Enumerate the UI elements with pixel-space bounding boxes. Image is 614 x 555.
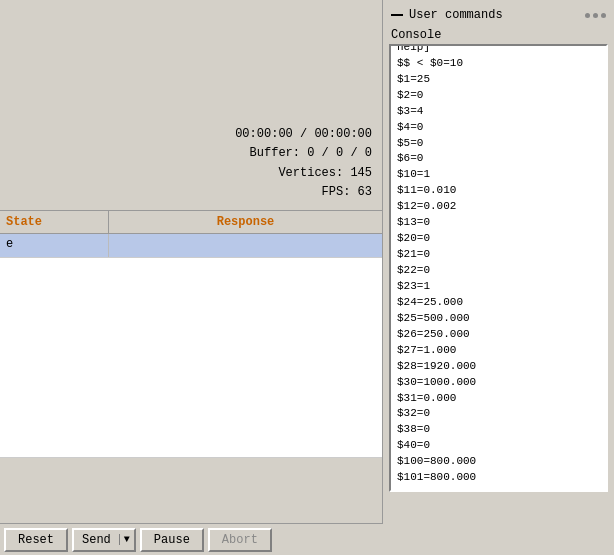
dots-area [585,13,606,18]
console-line: $13=0 [397,215,590,231]
send-button[interactable]: Send ▼ [72,528,136,552]
console-line: $32=0 [397,406,590,422]
dot-3 [601,13,606,18]
send-button-label: Send [74,533,119,547]
console-line: $2=0 [397,88,590,104]
console-line: $31=0.000 [397,391,590,407]
console-line: $4=0 [397,120,590,136]
console-line: $26=250.000 [397,327,590,343]
console-line: $100=800.000 [397,454,590,470]
fps-stat: FPS: 63 [235,183,372,202]
table-area: State Response e [0,210,382,458]
console-line: $38=0 [397,422,590,438]
console-line: $25=500.000 [397,311,590,327]
console-line: $22=0 [397,263,590,279]
row-state: e [0,234,109,257]
console-line: $3=4 [397,104,590,120]
console-label: Console [383,26,614,44]
bottom-toolbar: Reset Send ▼ Pause Abort [0,523,383,555]
user-commands-header: User commands [383,0,614,26]
stats-text: 00:00:00 / 00:00:00 Buffer: 0 / 0 / 0 Ve… [235,125,372,202]
console-line: $101=800.000 [397,470,590,486]
console-line: $10=1 [397,167,590,183]
console-line: $28=1920.000 [397,359,590,375]
table-empty-area [0,258,382,458]
console-line: [CTRL+X] < Grbl 1.1 ['$' for help] [397,46,590,56]
console-line: $30=1000.000 [397,375,590,391]
dash-icon [391,14,403,16]
console-line: $23=1 [397,279,590,295]
send-dropdown-arrow[interactable]: ▼ [119,534,134,545]
console-line: $11=0.010 [397,183,590,199]
stats-area: 00:00:00 / 00:00:00 Buffer: 0 / 0 / 0 Ve… [0,0,382,210]
vertices-stat: Vertices: 145 [235,164,372,183]
user-commands-label: User commands [409,8,503,22]
right-panel: User commands Console [CTRL+X][CTRL+X] <… [383,0,614,555]
console-line: $24=25.000 [397,295,590,311]
dot-2 [593,13,598,18]
console-line: $27=1.000 [397,343,590,359]
dot-1 [585,13,590,18]
abort-button[interactable]: Abort [208,528,272,552]
console-line: $20=0 [397,231,590,247]
row-response [109,234,382,257]
console-line: $21=0 [397,247,590,263]
time-stat: 00:00:00 / 00:00:00 [235,125,372,144]
pause-button[interactable]: Pause [140,528,204,552]
table-header: State Response [0,211,382,234]
table-row[interactable]: e [0,234,382,258]
console-line: $$ < $0=10 [397,56,590,72]
console-line: $5=0 [397,136,590,152]
console-line: $1=25 [397,72,590,88]
console-line: $40=0 [397,438,590,454]
console-content[interactable]: [CTRL+X][CTRL+X] < Grbl 1.1 ['$' for hel… [391,46,606,490]
console-box: [CTRL+X][CTRL+X] < Grbl 1.1 ['$' for hel… [389,44,608,492]
console-line: $12=0.002 [397,199,590,215]
console-line: $6=0 [397,151,590,167]
buffer-stat: Buffer: 0 / 0 / 0 [235,144,372,163]
col-response-header: Response [109,211,382,233]
reset-button[interactable]: Reset [4,528,68,552]
left-panel: 00:00:00 / 00:00:00 Buffer: 0 / 0 / 0 Ve… [0,0,383,555]
col-state-header: State [0,211,109,233]
